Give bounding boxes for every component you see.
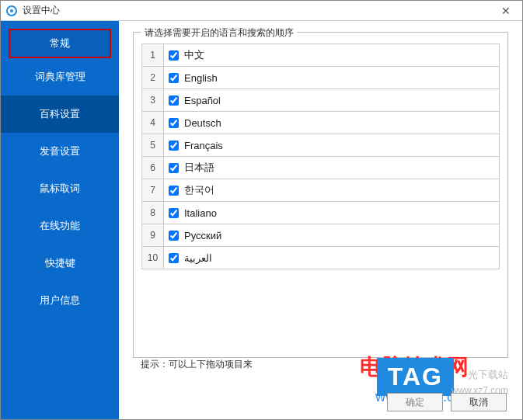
- language-row[interactable]: 8Italiano: [141, 201, 500, 224]
- sidebar-item-mouse-capture[interactable]: 鼠标取词: [1, 170, 119, 207]
- sidebar-item-pronunciation[interactable]: 发音设置: [1, 133, 119, 170]
- svg-point-1: [10, 9, 13, 12]
- row-checkbox[interactable]: [164, 231, 183, 241]
- row-checkbox[interactable]: [164, 141, 183, 151]
- checkbox-input[interactable]: [169, 253, 179, 263]
- language-row[interactable]: 6日本語: [141, 156, 500, 179]
- button-row: 确定 取消: [387, 393, 507, 411]
- row-checkbox[interactable]: [164, 253, 183, 263]
- close-icon[interactable]: ✕: [494, 5, 518, 17]
- sidebar: 常规 词典库管理 百科设置 发音设置 鼠标取词 在线功能 快捷键 用户信息: [1, 21, 119, 419]
- row-label: 한국어: [183, 183, 214, 197]
- row-label: العربية: [183, 252, 212, 264]
- row-number: 4: [142, 112, 164, 134]
- row-checkbox[interactable]: [164, 163, 183, 173]
- checkbox-input[interactable]: [169, 118, 179, 128]
- language-row[interactable]: 5Français: [141, 134, 500, 157]
- checkbox-input[interactable]: [169, 231, 179, 241]
- checkbox-input[interactable]: [169, 208, 179, 218]
- language-row[interactable]: 4Deutsch: [141, 111, 500, 134]
- sidebar-item-label: 用户信息: [40, 293, 80, 307]
- language-row[interactable]: 1中文: [141, 43, 500, 67]
- language-groupbox: 请选择需要开启的语言和搜索的顺序 1中文 2English 3Español 4…: [133, 32, 508, 358]
- row-number: 7: [142, 179, 164, 201]
- row-number: 8: [142, 202, 164, 224]
- row-label: Deutsch: [183, 117, 221, 129]
- app-logo-icon: [5, 5, 18, 17]
- window-body: 常规 词典库管理 百科设置 发音设置 鼠标取词 在线功能 快捷键 用户信息 请选…: [1, 21, 522, 419]
- language-row[interactable]: 10العربية: [141, 246, 500, 269]
- row-label: 日本語: [183, 161, 214, 175]
- row-number: 5: [142, 134, 164, 156]
- row-label: Español: [183, 95, 221, 106]
- watermark-grey-1: 光下载站: [468, 368, 508, 382]
- window-title: 设置中心: [23, 4, 494, 17]
- row-number: 2: [142, 67, 164, 89]
- language-row[interactable]: 2English: [141, 66, 500, 89]
- checkbox-input[interactable]: [169, 95, 179, 106]
- row-label: 中文: [183, 48, 204, 62]
- tag-badge: TAG: [377, 358, 454, 396]
- sidebar-item-label: 鼠标取词: [40, 182, 80, 196]
- checkbox-input[interactable]: [169, 141, 179, 151]
- row-checkbox[interactable]: [164, 118, 183, 128]
- sidebar-item-label: 词典库管理: [35, 70, 85, 84]
- row-number: 3: [142, 89, 164, 111]
- sidebar-item-label: 发音设置: [40, 144, 80, 158]
- sidebar-item-shortcuts[interactable]: 快捷键: [1, 245, 119, 282]
- sidebar-item-general[interactable]: 常规: [9, 29, 111, 58]
- sidebar-item-dictionary[interactable]: 词典库管理: [1, 58, 119, 95]
- main-panel: 请选择需要开启的语言和搜索的顺序 1中文 2English 3Español 4…: [119, 21, 522, 419]
- row-number: 6: [142, 157, 164, 179]
- row-number: 1: [142, 44, 164, 66]
- sidebar-item-label: 在线功能: [40, 219, 80, 233]
- checkbox-input[interactable]: [169, 73, 179, 83]
- cancel-button[interactable]: 取消: [451, 393, 507, 411]
- row-checkbox[interactable]: [164, 186, 183, 196]
- checkbox-input[interactable]: [169, 50, 179, 61]
- language-row[interactable]: 9Русский: [141, 224, 500, 247]
- titlebar: 设置中心 ✕: [1, 1, 522, 21]
- checkbox-input[interactable]: [169, 163, 179, 173]
- row-checkbox[interactable]: [164, 95, 183, 106]
- sidebar-item-user-info[interactable]: 用户信息: [1, 282, 119, 319]
- sidebar-item-label: 快捷键: [45, 256, 75, 270]
- language-list: 1中文 2English 3Español 4Deutsch 5Français…: [141, 43, 500, 269]
- row-label: Français: [183, 140, 223, 151]
- row-label: Italiano: [183, 207, 217, 219]
- checkbox-input[interactable]: [169, 186, 179, 196]
- row-checkbox[interactable]: [164, 73, 183, 83]
- row-number: 9: [142, 224, 164, 246]
- row-checkbox[interactable]: [164, 208, 183, 218]
- sidebar-item-label: 常规: [50, 36, 70, 50]
- language-row[interactable]: 3Español: [141, 89, 500, 112]
- sidebar-item-label: 百科设置: [40, 107, 80, 121]
- sidebar-item-encyclopedia[interactable]: 百科设置: [1, 95, 119, 133]
- groupbox-legend: 请选择需要开启的语言和搜索的顺序: [141, 26, 297, 40]
- language-row[interactable]: 7한국어: [141, 179, 500, 202]
- row-number: 10: [142, 247, 164, 269]
- ok-button[interactable]: 确定: [387, 393, 443, 411]
- row-label: Русский: [183, 230, 221, 241]
- row-checkbox[interactable]: [164, 50, 183, 61]
- hint-text: 提示：可以上下拖动项目来: [141, 358, 253, 371]
- row-label: English: [183, 72, 218, 84]
- settings-window: 设置中心 ✕ 常规 词典库管理 百科设置 发音设置 鼠标取词 在线功能 快捷键 …: [0, 0, 523, 420]
- sidebar-item-online[interactable]: 在线功能: [1, 207, 119, 245]
